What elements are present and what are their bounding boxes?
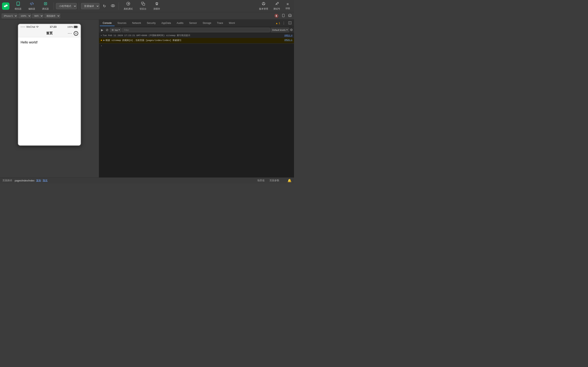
rotate-btn[interactable] xyxy=(281,13,286,18)
levels-label: Default levels xyxy=(272,29,286,31)
bell-icon[interactable]: 🔔 xyxy=(287,179,292,183)
path-value: pages/index/index xyxy=(15,179,35,182)
input-arrow: › xyxy=(101,44,102,47)
wifi-icon xyxy=(36,26,39,28)
nav-dots[interactable]: ··· xyxy=(68,31,72,35)
group-link[interactable]: VM53:4 xyxy=(284,34,292,37)
params-btn[interactable]: 页面参数 xyxy=(269,179,279,182)
mute-btn[interactable]: 🔇 xyxy=(274,13,279,18)
levels-select[interactable]: Default levels ▾ xyxy=(271,28,289,32)
warning-badge[interactable]: ▲ 1 xyxy=(276,22,280,25)
compile-btn[interactable]: ↻ xyxy=(101,3,108,9)
preview-link[interactable]: 预览 xyxy=(43,179,48,182)
phone-nav-actions: ··· xyxy=(68,31,78,36)
warning-message: 根据 sitemap 的规则[0]，当前页面 [pages/index/inde… xyxy=(105,39,284,42)
tab-console[interactable]: Console xyxy=(100,20,114,26)
device-select[interactable]: iPhone 5 xyxy=(2,13,17,18)
dock-btn[interactable] xyxy=(287,21,292,26)
separator-1 xyxy=(54,2,54,10)
test-btn[interactable]: 测试号 xyxy=(271,1,282,11)
tab-storage[interactable]: Storage xyxy=(200,20,214,26)
more-btn[interactable]: ⋮ xyxy=(281,21,286,25)
phone-nav-title: 首页 xyxy=(46,31,53,35)
preview-icon xyxy=(111,4,115,8)
cut-log-icon xyxy=(141,2,145,7)
operation-select[interactable]: 模拟操作 xyxy=(44,13,60,18)
version-mgmt-btn[interactable]: 版本管理 xyxy=(257,1,270,11)
context-eye-icon xyxy=(112,29,114,31)
svg-point-23 xyxy=(37,27,38,28)
editor-icon xyxy=(30,2,34,7)
editor-btn[interactable]: 编辑器 xyxy=(26,1,38,11)
svg-rect-3 xyxy=(17,5,19,5)
stop-btn[interactable]: ⊘ xyxy=(105,27,109,32)
real-device-label: 真机调试 xyxy=(124,7,133,10)
clear-cache-label: 清缓存 xyxy=(153,7,160,10)
svg-point-7 xyxy=(111,4,115,7)
real-device-btn[interactable]: 真机调试 xyxy=(121,1,136,11)
zoom-select[interactable]: 100% xyxy=(18,13,31,18)
svg-line-17 xyxy=(264,3,264,4)
svg-point-1 xyxy=(6,4,8,6)
svg-point-8 xyxy=(112,5,113,6)
phone-content: Hello world! xyxy=(18,37,81,145)
svg-point-26 xyxy=(75,33,77,34)
console-settings-btn[interactable]: ⚙ xyxy=(290,28,293,32)
phone-frame: ••••• WeChat 17:23 100% xyxy=(18,24,81,146)
phone-nav-bar: 首页 ··· xyxy=(18,30,81,37)
context-arrow: ▾ xyxy=(119,29,120,31)
separator-2 xyxy=(79,2,79,10)
filter-input[interactable] xyxy=(122,28,270,32)
phone-signal: ••••• WeChat xyxy=(21,25,39,28)
device-bar: iPhone 5 100% WiFi 模拟操作 🔇 xyxy=(0,12,294,20)
context-value: top xyxy=(115,29,118,31)
expand-btn[interactable] xyxy=(287,13,292,18)
play-btn[interactable]: ▶ xyxy=(100,28,104,32)
compile-icon: ↻ xyxy=(103,4,106,8)
detail-icon: ≡ xyxy=(287,2,289,6)
nav-circle[interactable] xyxy=(74,31,78,36)
device-bar-icons: 🔇 xyxy=(274,13,292,18)
cut-log-btn[interactable]: 切后台 xyxy=(137,1,149,11)
debugger-btn[interactable]: 调试器 xyxy=(39,1,52,11)
row-expand[interactable]: ▶ xyxy=(103,39,105,42)
mode-select[interactable]: 小程序模式 xyxy=(56,3,77,9)
tab-network[interactable]: Network xyxy=(129,20,144,26)
tab-trace[interactable]: Trace xyxy=(214,20,226,26)
tab-wxml[interactable]: Wxml xyxy=(226,20,238,26)
toolbar-right: 版本管理 测试号 ≡ 详情 xyxy=(257,1,292,11)
tab-security[interactable]: Security xyxy=(144,20,158,26)
preview-btn[interactable] xyxy=(109,3,117,9)
tab-sensor[interactable]: Sensor xyxy=(186,20,200,26)
copy-link[interactable]: 复制 xyxy=(36,179,41,182)
tab-appdata[interactable]: AppData xyxy=(158,20,174,26)
svg-rect-25 xyxy=(74,26,77,28)
detail-btn[interactable]: ≡ 详情 xyxy=(283,1,292,11)
scene-btn[interactable]: 场景值 xyxy=(257,179,265,182)
phone-battery: 100% xyxy=(67,26,78,28)
warning-link[interactable]: VM26:1 xyxy=(284,39,292,41)
console-group-header: ▾ Tue Feb 11 2020 17:23:21 GMT+0800 (中国标… xyxy=(99,33,294,38)
compile-select[interactable]: 普通编译 xyxy=(81,3,99,9)
svg-point-19 xyxy=(277,2,278,3)
svg-point-30 xyxy=(112,30,113,30)
tab-audits[interactable]: Audits xyxy=(174,20,186,26)
simulator-btn[interactable]: 模拟器 xyxy=(12,1,24,11)
network-select[interactable]: WiFi xyxy=(32,13,43,18)
svg-rect-20 xyxy=(282,14,285,17)
hello-text: Hello world! xyxy=(21,41,38,44)
test-label: 测试号 xyxy=(273,7,280,10)
real-device-icon xyxy=(126,2,130,7)
warning-prefix: ▲ xyxy=(101,39,102,42)
tab-sources[interactable]: Sources xyxy=(114,20,129,26)
svg-point-14 xyxy=(263,4,263,5)
devtools-tabs-right: ▲ 1 ⋮ xyxy=(276,21,293,26)
carrier-name: WeChat xyxy=(26,25,35,28)
context-select[interactable]: top ▾ xyxy=(110,28,121,32)
simulator-icon xyxy=(16,2,20,7)
svg-rect-22 xyxy=(289,14,291,16)
version-mgmt-icon xyxy=(261,2,266,7)
group-arrow[interactable]: ▾ xyxy=(101,34,102,37)
clear-cache-btn[interactable]: 清缓存 xyxy=(150,1,163,11)
clear-cache-icon xyxy=(155,2,159,7)
